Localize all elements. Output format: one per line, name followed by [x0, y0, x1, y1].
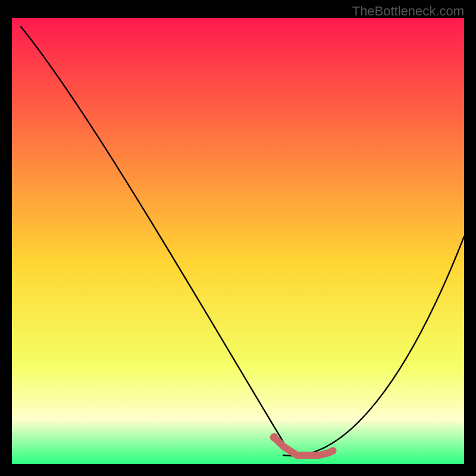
- chart-plot-area: [12, 18, 464, 464]
- watermark-text: TheBottleneck.com: [352, 4, 464, 19]
- left-curve-path: [21, 27, 283, 442]
- optimal-highlight-path: [274, 437, 333, 455]
- right-curve-path: [283, 237, 464, 456]
- optimal-highlight-start-dot: [270, 433, 278, 441]
- app-root: TheBottleneck.com: [0, 0, 476, 476]
- chart-curves: [12, 18, 464, 464]
